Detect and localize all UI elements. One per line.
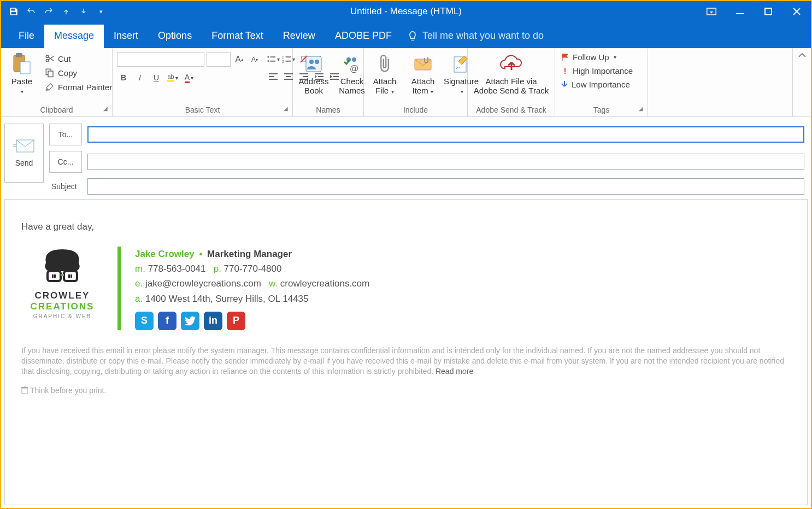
high-importance-label: High Importance <box>573 66 633 75</box>
adobe-group-label: Adobe Send & Track <box>476 106 546 114</box>
sig-w-label: w. <box>269 278 278 289</box>
pinterest-icon[interactable]: P <box>227 312 245 330</box>
logo-sub: GRAPHIC & WEB <box>33 313 92 319</box>
low-importance-button[interactable]: Low Importance <box>558 79 635 90</box>
attach-file-button[interactable]: Attach File ▾ <box>367 50 402 97</box>
send-button[interactable]: Send <box>4 124 44 183</box>
dialog-launcher-icon[interactable]: ◢ <box>284 106 288 112</box>
subject-label: Subject <box>49 182 82 191</box>
quick-access-toolbar: ▾ <box>1 4 108 19</box>
signature-divider <box>117 247 121 330</box>
high-importance-button[interactable]: ! High Importance <box>558 65 635 77</box>
svg-text:2: 2 <box>282 60 284 63</box>
dialog-launcher-icon[interactable]: ◢ <box>103 106 108 112</box>
cc-button[interactable]: Cc... <box>49 151 82 173</box>
prev-icon[interactable] <box>59 4 73 19</box>
highlight-button[interactable]: ab▾ <box>166 71 179 84</box>
to-button[interactable]: To... <box>49 124 82 145</box>
cc-input[interactable] <box>87 154 804 170</box>
bold-button[interactable]: B <box>117 71 130 84</box>
address-book-icon <box>304 51 323 77</box>
align-left-button[interactable] <box>267 70 280 83</box>
bullets-button[interactable]: ▾ <box>267 52 280 66</box>
dialog-launcher-icon[interactable]: ◢ <box>639 106 643 112</box>
shrink-font-icon[interactable]: A▾ <box>248 53 261 66</box>
check-names-icon: @ <box>342 51 362 77</box>
font-size-select[interactable] <box>207 52 231 67</box>
attach-item-icon <box>414 51 432 77</box>
address-book-button[interactable]: Address Book <box>296 50 331 97</box>
svg-rect-21 <box>284 73 293 74</box>
qat-customize-icon[interactable]: ▾ <box>94 4 108 19</box>
svg-point-10 <box>267 56 269 58</box>
read-more-link[interactable]: Read more <box>436 367 473 376</box>
svg-point-37 <box>352 57 356 62</box>
group-include: Attach File ▾ Attach Item ▾ Signature▾ I… <box>364 48 468 116</box>
underline-button[interactable]: U <box>150 71 163 84</box>
cut-button[interactable]: Cut <box>43 52 114 65</box>
minimize-icon[interactable] <box>726 1 754 22</box>
next-icon[interactable] <box>77 4 91 19</box>
skype-icon[interactable]: S <box>135 312 154 330</box>
italic-button[interactable]: I <box>133 71 146 84</box>
follow-up-button[interactable]: Follow Up▾ <box>558 51 635 63</box>
paintbrush-icon <box>45 82 55 92</box>
redo-icon[interactable] <box>42 4 56 19</box>
disclaimer-text: If you have received this email in error… <box>21 346 784 376</box>
tab-file[interactable]: File <box>9 25 44 48</box>
message-body[interactable]: Have a great day, CROWLEY CREATIONS GRAP… <box>4 199 808 505</box>
svg-rect-1 <box>736 13 744 14</box>
close-icon[interactable] <box>782 1 811 22</box>
tab-options[interactable]: Options <box>148 25 202 48</box>
tell-me-search[interactable]: Tell me what you want to do <box>402 25 554 48</box>
svg-rect-46 <box>54 274 56 278</box>
svg-rect-15 <box>286 56 291 57</box>
collapse-ribbon-icon[interactable] <box>792 48 811 116</box>
facebook-icon[interactable]: f <box>158 312 176 330</box>
sig-mobile: 778-563-0041 <box>148 264 206 274</box>
exclamation-icon: ! <box>561 66 569 75</box>
ribbon-display-icon[interactable] <box>697 1 726 22</box>
disclaimer: If you have received this email in error… <box>21 346 791 377</box>
svg-point-12 <box>267 60 269 62</box>
svg-rect-19 <box>269 76 274 77</box>
down-arrow-icon <box>561 80 568 89</box>
sig-email: jake@crowleycreations.com <box>145 278 261 289</box>
save-icon[interactable] <box>7 4 21 19</box>
copy-icon <box>45 68 55 78</box>
linkedin-icon[interactable]: in <box>204 312 222 330</box>
follow-up-label: Follow Up <box>573 52 609 62</box>
grow-font-icon[interactable]: A▴ <box>233 53 246 66</box>
to-input[interactable] <box>87 126 804 143</box>
sig-web: crowleycreations.com <box>280 278 369 289</box>
attach-item-button[interactable]: Attach Item ▾ <box>405 50 440 97</box>
tab-review[interactable]: Review <box>273 25 325 48</box>
svg-rect-45 <box>52 274 54 278</box>
send-label: Send <box>15 159 33 167</box>
maximize-icon[interactable] <box>754 1 782 22</box>
subject-input[interactable] <box>87 178 804 195</box>
undo-icon[interactable] <box>24 4 38 19</box>
svg-rect-9 <box>48 71 53 77</box>
twitter-icon[interactable] <box>181 312 199 330</box>
tab-format-text[interactable]: Format Text <box>202 25 273 48</box>
adobe-attach-button[interactable]: Attach File via Adobe Send & Track <box>470 50 552 97</box>
clipboard-group-label: Clipboard <box>40 106 73 114</box>
tab-adobe-pdf[interactable]: ADOBE PDF <box>325 25 402 48</box>
cc-label: Cc... <box>58 157 74 166</box>
font-name-select[interactable] <box>117 52 204 67</box>
svg-rect-5 <box>20 62 30 74</box>
envelope-send-icon <box>13 139 35 153</box>
sig-m-label: m. <box>135 264 145 274</box>
include-group-label: Include <box>403 106 428 114</box>
tab-insert[interactable]: Insert <box>104 25 148 48</box>
font-color-button[interactable]: A▾ <box>183 71 196 84</box>
svg-rect-13 <box>270 61 275 62</box>
copy-button[interactable]: Copy <box>43 67 114 79</box>
paste-button[interactable]: Paste▾ <box>4 50 39 97</box>
paste-label: Paste <box>11 77 32 86</box>
format-painter-button[interactable]: Format Painter <box>43 81 114 93</box>
tab-message[interactable]: Message <box>44 25 104 48</box>
svg-rect-23 <box>284 79 293 80</box>
scissors-icon <box>45 54 55 63</box>
